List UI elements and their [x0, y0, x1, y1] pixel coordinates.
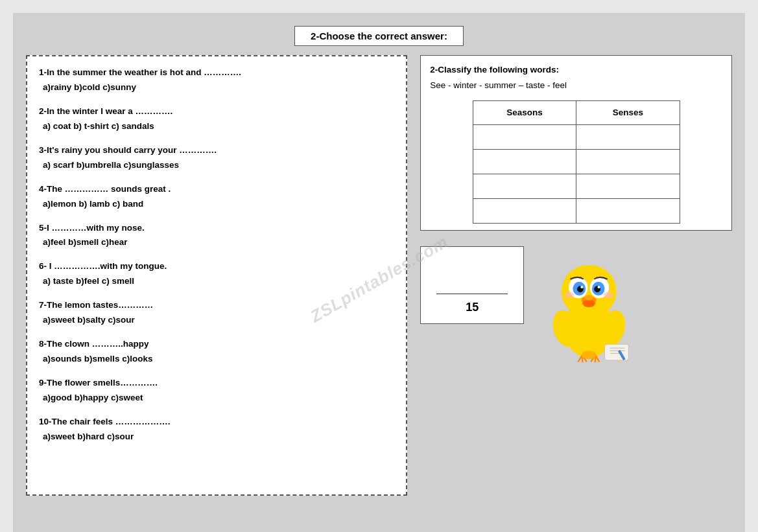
table-header-row: Seasons Senses	[473, 100, 680, 124]
q7-options: a)sweet b)salty c)sour	[39, 313, 394, 328]
cell-r2c2	[576, 149, 680, 174]
q10-text: 10-The chair feels ……………….	[39, 415, 394, 430]
q9-options: a)good b)happy c)sweet	[39, 391, 394, 406]
tweety-container	[530, 246, 647, 363]
q1-text: 1-In the summer the weather is hot and ……	[39, 65, 394, 80]
q1-options: a)rainy b)cold c)sunny	[39, 80, 394, 95]
svg-point-8	[581, 286, 584, 288]
score-number: 15	[466, 301, 479, 314]
cell-r4c2	[576, 198, 680, 223]
cell-r1c1	[473, 124, 576, 149]
page-title: 2-Choose the correct answer:	[311, 30, 447, 41]
question-3: 3-It's rainy you should carry your ………….…	[39, 143, 394, 173]
right-panel: 2-Classify the following words: See - wi…	[420, 55, 732, 496]
svg-point-11	[582, 300, 595, 307]
table-row	[473, 174, 680, 198]
table-row	[473, 198, 680, 223]
question-1: 1-In the summer the weather is hot and ……	[39, 65, 394, 95]
q5-options: a)feel b)smell c)hear	[39, 235, 394, 250]
q2-options: a) coat b) t-shirt c) sandals	[39, 119, 394, 134]
q5-text: 5-I …………with my nose.	[39, 221, 394, 236]
svg-marker-29	[618, 361, 621, 363]
q10-options: a)sweet b)hard c)sour	[39, 430, 394, 445]
tweety-icon	[530, 246, 647, 363]
table-row	[473, 124, 680, 149]
score-section: 15	[420, 246, 732, 363]
svg-point-14	[604, 292, 613, 298]
q7-text: 7-The lemon tastes…………	[39, 298, 394, 313]
header-seasons: Seasons	[473, 100, 576, 124]
q2-text: 2-In the winter I wear a ………….	[39, 104, 394, 119]
score-line	[436, 294, 508, 294]
question-4: 4-The …………… sounds great . a)lemon b) la…	[39, 182, 394, 212]
question-8: 8-The clown ………..happy a)sounds b)smells…	[39, 337, 394, 367]
question-6: 6- I …………….with my tongue. a) taste b)fe…	[39, 259, 394, 289]
cell-r1c2	[576, 124, 680, 149]
cell-r3c2	[576, 174, 680, 198]
cell-r3c1	[473, 174, 576, 198]
svg-point-9	[598, 286, 600, 288]
question-10: 10-The chair feels ………………. a)sweet b)har…	[39, 415, 394, 445]
svg-point-12	[585, 295, 593, 300]
q4-options: a)lemon b) lamb c) band	[39, 197, 394, 212]
table-container: Seasons Senses	[430, 100, 722, 224]
cell-r4c1	[473, 198, 576, 223]
q3-text: 3-It's rainy you should carry your ………….	[39, 143, 394, 158]
question-2: 2-In the winter I wear a …………. a) coat b…	[39, 104, 394, 134]
question-5: 5-I …………with my nose. a)feel b)smell c)h…	[39, 221, 394, 251]
q6-options: a) taste b)feel c) smell	[39, 274, 394, 289]
table-row	[473, 149, 680, 174]
question-9: 9-The flower smells…………. a)good b)happy …	[39, 376, 394, 406]
q8-text: 8-The clown ………..happy	[39, 337, 394, 352]
score-box: 15	[420, 246, 524, 324]
header-senses: Senses	[576, 100, 680, 124]
classify-table: Seasons Senses	[473, 100, 680, 224]
svg-rect-24	[605, 344, 629, 360]
title-box: 2-Choose the correct answer:	[294, 26, 464, 46]
q3-options: a) scarf b)umbrella c)sunglasses	[39, 158, 394, 173]
q9-text: 9-The flower smells………….	[39, 376, 394, 391]
svg-point-13	[565, 292, 574, 298]
main-content: 1-In the summer the weather is hot and ……	[26, 55, 732, 496]
classify-words: See - winter - summer – taste - feel	[430, 78, 722, 93]
classify-title: 2-Classify the following words:	[430, 62, 722, 78]
page: 2-Choose the correct answer: ZSLpintable…	[13, 13, 745, 532]
q8-options: a)sounds b)smells c)looks	[39, 352, 394, 367]
q6-text: 6- I …………….with my tongue.	[39, 259, 394, 274]
question-7: 7-The lemon tastes………… a)sweet b)salty c…	[39, 298, 394, 328]
cell-r2c1	[473, 149, 576, 174]
left-panel: 1-In the summer the weather is hot and ……	[26, 55, 407, 496]
classify-box: 2-Classify the following words: See - wi…	[420, 55, 732, 231]
svg-point-23	[582, 351, 597, 359]
q4-text: 4-The …………… sounds great .	[39, 182, 394, 197]
